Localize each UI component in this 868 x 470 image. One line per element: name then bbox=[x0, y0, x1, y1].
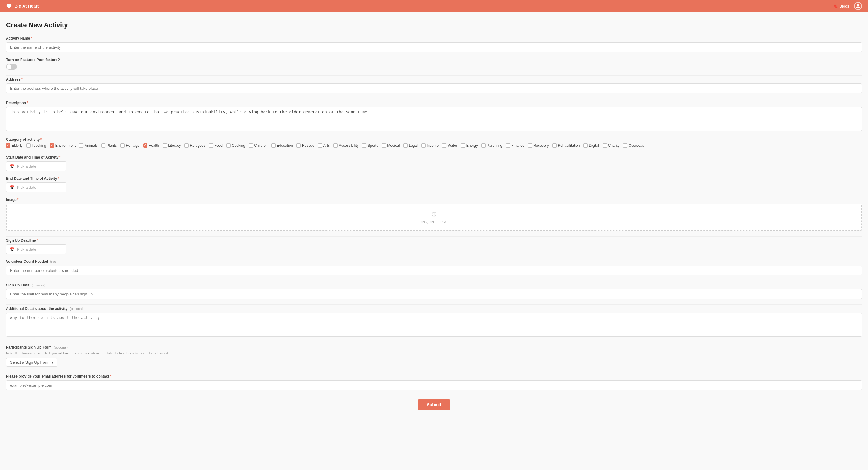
category-label-accessibility: Accessibility bbox=[339, 143, 359, 148]
upload-formats: JPG, JPEG, PNG bbox=[420, 220, 448, 224]
category-item-digital[interactable]: Digital bbox=[583, 143, 599, 148]
category-item-refugees[interactable]: Refugees bbox=[184, 143, 205, 148]
category-item-medical[interactable]: Medical bbox=[382, 143, 400, 148]
category-item-education[interactable]: Education bbox=[271, 143, 293, 148]
signup-limit-input[interactable] bbox=[6, 289, 862, 299]
signup-form-select[interactable]: Select a Sign Up Form ▾ bbox=[6, 358, 57, 367]
category-item-cooking[interactable]: Cooking bbox=[226, 143, 245, 148]
category-checkbox-food[interactable] bbox=[209, 143, 213, 148]
signup-limit-label: Sign Up Limit (optional) bbox=[6, 283, 862, 287]
signup-deadline-label: Sign Up Deadline* bbox=[6, 238, 862, 242]
category-item-rescue[interactable]: Rescue bbox=[297, 143, 314, 148]
category-item-health[interactable]: Health bbox=[143, 143, 159, 148]
category-checkbox-sports[interactable] bbox=[362, 143, 366, 148]
start-date-input[interactable]: 📅 Pick a date bbox=[6, 161, 66, 171]
description-input[interactable] bbox=[6, 107, 862, 131]
category-checkbox-finance[interactable] bbox=[506, 143, 510, 148]
signup-form-select-label: Select a Sign Up Form bbox=[10, 360, 50, 365]
category-checkbox-elderly[interactable] bbox=[6, 143, 10, 148]
category-label-overseas: Overseas bbox=[629, 143, 644, 148]
category-checkbox-rescue[interactable] bbox=[297, 143, 301, 148]
category-label-finance: Finance bbox=[512, 143, 524, 148]
divider-2 bbox=[6, 99, 862, 99]
brand: Big At Heart bbox=[6, 3, 39, 9]
category-checkbox-medical[interactable] bbox=[382, 143, 386, 148]
category-checkbox-accessibility[interactable] bbox=[333, 143, 338, 148]
category-checkbox-teaching[interactable] bbox=[26, 143, 31, 148]
additional-details-input[interactable] bbox=[6, 313, 862, 337]
featured-post-toggle[interactable] bbox=[6, 64, 17, 70]
category-item-teaching[interactable]: Teaching bbox=[26, 143, 46, 148]
category-item-charity[interactable]: Charity bbox=[602, 143, 620, 148]
category-checkbox-cooking[interactable] bbox=[226, 143, 230, 148]
category-checkbox-education[interactable] bbox=[271, 143, 276, 148]
category-checkbox-overseas[interactable] bbox=[623, 143, 627, 148]
category-list: ElderlyTeachingEnvironmentAnimalsPlantsH… bbox=[6, 143, 862, 148]
featured-post-section: Turn on Featured Post feature? bbox=[6, 58, 862, 70]
category-item-heritage[interactable]: Heritage bbox=[120, 143, 139, 148]
user-avatar[interactable] bbox=[854, 2, 862, 10]
category-item-sports[interactable]: Sports bbox=[362, 143, 378, 148]
blogs-nav-item[interactable]: 🔖 Blogs bbox=[833, 4, 849, 8]
end-date-input[interactable]: 📅 Pick a date bbox=[6, 182, 66, 192]
category-checkbox-parenting[interactable] bbox=[482, 143, 486, 148]
category-item-plants[interactable]: Plants bbox=[101, 143, 117, 148]
category-item-energy[interactable]: Energy bbox=[461, 143, 478, 148]
category-item-environment[interactable]: Environment bbox=[50, 143, 75, 148]
category-checkbox-legal[interactable] bbox=[403, 143, 408, 148]
category-checkbox-animals[interactable] bbox=[79, 143, 84, 148]
image-upload-area[interactable]: ⊕ JPG, JPEG, PNG bbox=[6, 204, 862, 231]
category-item-rehabilitation[interactable]: Rehabilitation bbox=[553, 143, 580, 148]
category-label-parenting: Parenting bbox=[487, 143, 502, 148]
category-item-accessibility[interactable]: Accessibility bbox=[333, 143, 359, 148]
category-checkbox-energy[interactable] bbox=[461, 143, 465, 148]
category-checkbox-recovery[interactable] bbox=[528, 143, 532, 148]
address-input[interactable] bbox=[6, 83, 862, 93]
category-checkbox-refugees[interactable] bbox=[184, 143, 189, 148]
email-label: Please provide your email address for vo… bbox=[6, 374, 862, 378]
category-item-income[interactable]: Income bbox=[421, 143, 438, 148]
category-item-literacy[interactable]: Literacy bbox=[163, 143, 181, 148]
volunteer-count-input[interactable] bbox=[6, 266, 862, 275]
additional-details-label: Additional Details about the activity (o… bbox=[6, 307, 862, 311]
signup-form-section: Participants Sign Up Form (optional) Not… bbox=[6, 345, 862, 367]
category-checkbox-digital[interactable] bbox=[583, 143, 588, 148]
image-section: Image* ⊕ JPG, JPEG, PNG bbox=[6, 198, 862, 231]
main-content: Create New Activity Activity Name* Turn … bbox=[0, 12, 868, 428]
category-item-children[interactable]: Children bbox=[249, 143, 268, 148]
activity-name-input[interactable] bbox=[6, 42, 862, 52]
category-item-overseas[interactable]: Overseas bbox=[623, 143, 644, 148]
category-label-plants: Plants bbox=[107, 143, 117, 148]
category-checkbox-environment[interactable] bbox=[50, 143, 54, 148]
category-item-finance[interactable]: Finance bbox=[506, 143, 524, 148]
category-checkbox-rehabilitation[interactable] bbox=[553, 143, 557, 148]
submit-button[interactable]: Submit bbox=[418, 399, 450, 410]
start-date-label: Start Date and Time of Activity* bbox=[6, 155, 862, 160]
category-item-water[interactable]: Water bbox=[442, 143, 457, 148]
category-checkbox-children[interactable] bbox=[249, 143, 253, 148]
divider-8 bbox=[6, 372, 862, 372]
signup-deadline-input[interactable]: 📅 Pick a date bbox=[6, 244, 66, 254]
category-label-rescue: Rescue bbox=[302, 143, 314, 148]
category-checkbox-water[interactable] bbox=[442, 143, 446, 148]
description-label: Description* bbox=[6, 101, 862, 105]
category-item-legal[interactable]: Legal bbox=[403, 143, 418, 148]
category-item-recovery[interactable]: Recovery bbox=[528, 143, 549, 148]
category-item-elderly[interactable]: Elderly bbox=[6, 143, 23, 148]
category-label-charity: Charity bbox=[608, 143, 620, 148]
category-item-arts[interactable]: Arts bbox=[318, 143, 330, 148]
category-checkbox-arts[interactable] bbox=[318, 143, 322, 148]
category-item-animals[interactable]: Animals bbox=[79, 143, 98, 148]
category-item-parenting[interactable]: Parenting bbox=[482, 143, 502, 148]
category-checkbox-heritage[interactable] bbox=[120, 143, 125, 148]
category-item-food[interactable]: Food bbox=[209, 143, 223, 148]
category-checkbox-literacy[interactable] bbox=[163, 143, 167, 148]
category-checkbox-health[interactable] bbox=[143, 143, 148, 148]
category-checkbox-charity[interactable] bbox=[602, 143, 607, 148]
category-label-teaching: Teaching bbox=[32, 143, 46, 148]
calendar-icon-3: 📅 bbox=[9, 247, 14, 251]
category-checkbox-plants[interactable] bbox=[101, 143, 105, 148]
email-input[interactable] bbox=[6, 380, 862, 390]
category-checkbox-income[interactable] bbox=[421, 143, 426, 148]
category-label-elderly: Elderly bbox=[11, 143, 23, 148]
